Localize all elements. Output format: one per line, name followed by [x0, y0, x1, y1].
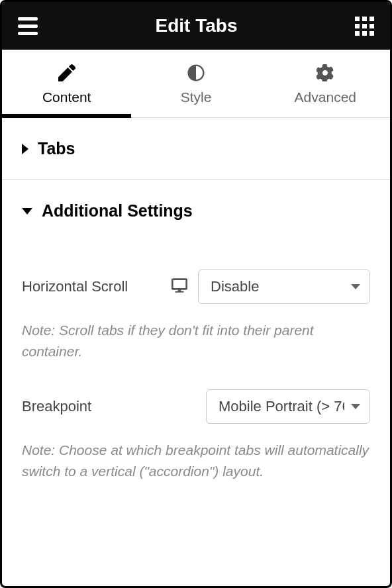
content-panel: Tabs Additional Settings Horizontal Scro…: [2, 118, 390, 500]
header: Edit Tabs: [2, 2, 390, 50]
header-title: Edit Tabs: [156, 15, 238, 36]
contrast-icon: [187, 64, 205, 81]
field-horizontal-scroll: Horizontal Scroll Disable: [22, 260, 370, 313]
tab-style[interactable]: Style: [131, 50, 260, 117]
breakpoint-note: Note: Choose at which breakpoint tabs wi…: [22, 433, 370, 500]
chevron-down-icon: [351, 404, 360, 409]
tab-content[interactable]: Content: [2, 50, 131, 117]
desktop-icon[interactable]: [172, 278, 187, 295]
tab-label: Style: [181, 89, 212, 105]
menu-icon[interactable]: [18, 17, 38, 35]
section-title: Tabs: [38, 139, 75, 158]
horizontal-scroll-note: Note: Scroll tabs if they don't fit into…: [22, 313, 370, 380]
breakpoint-select[interactable]: Mobile Portrait (> 76: [206, 389, 370, 424]
section-body: Horizontal Scroll Disable Note: Scroll t…: [22, 242, 370, 500]
field-label: Breakpoint: [22, 398, 91, 415]
chevron-down-icon: [351, 284, 360, 289]
tab-advanced[interactable]: Advanced: [261, 50, 390, 117]
pencil-icon: [58, 64, 75, 81]
field-label: Horizontal Scroll: [22, 278, 128, 295]
panel-tabs: Content Style Advanced: [2, 50, 390, 118]
chevron-down-icon: [22, 208, 32, 215]
tab-label: Advanced: [295, 89, 356, 105]
section-header-additional[interactable]: Additional Settings: [22, 180, 370, 242]
chevron-right-icon: [22, 144, 28, 154]
select-value: Mobile Portrait (> 76: [219, 398, 344, 415]
field-breakpoint: Breakpoint Mobile Portrait (> 76: [22, 380, 370, 433]
section-header-tabs[interactable]: Tabs: [22, 118, 370, 179]
section-title: Additional Settings: [42, 201, 193, 220]
select-value: Disable: [211, 278, 259, 295]
horizontal-scroll-select[interactable]: Disable: [198, 270, 370, 304]
apps-grid-icon[interactable]: [355, 17, 374, 36]
gear-icon: [317, 64, 334, 81]
section-additional-settings: Additional Settings Horizontal Scroll Di…: [2, 180, 390, 500]
tab-label: Content: [42, 89, 91, 105]
section-tabs: Tabs: [2, 118, 390, 179]
